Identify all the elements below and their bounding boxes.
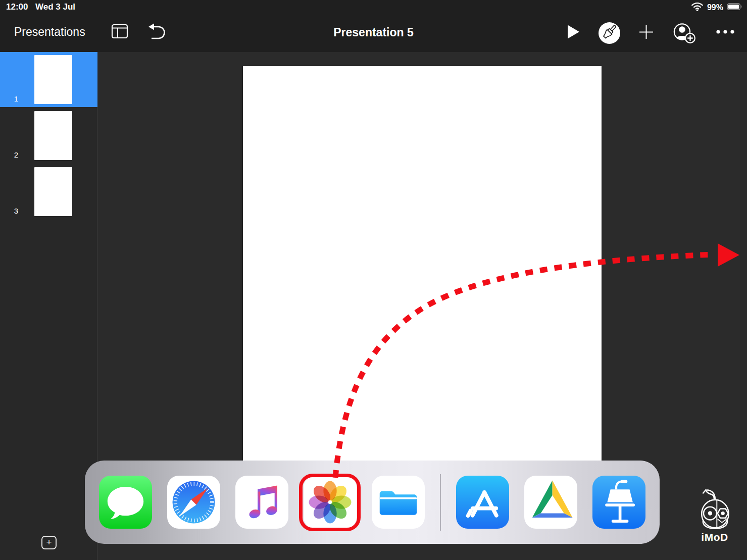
safari-app-icon[interactable] — [167, 476, 220, 529]
slide-number-2: 2 — [6, 150, 18, 159]
top-chrome: 12:00 Wed 3 Jul 99% Presentations — [0, 0, 747, 52]
status-time: 12:00 — [6, 2, 28, 12]
undo-icon — [147, 23, 167, 42]
status-right-cluster: 99% — [691, 2, 742, 13]
battery-percent: 99% — [707, 3, 723, 12]
google-drive-app-icon[interactable] — [524, 476, 577, 529]
wifi-icon — [691, 2, 704, 13]
battery-icon — [727, 3, 742, 13]
slide-number-3: 3 — [6, 207, 18, 215]
slide-thumbnail-1[interactable] — [34, 55, 72, 104]
files-app-icon[interactable] — [372, 476, 425, 529]
arrow-head — [718, 243, 739, 267]
slide-number-1: 1 — [6, 94, 18, 103]
format-brush-icon — [599, 21, 620, 45]
play-button[interactable] — [567, 25, 580, 40]
add-icon — [639, 25, 654, 41]
collaborate-button[interactable] — [672, 23, 696, 45]
collaborate-icon — [672, 22, 696, 46]
photos-app-icon[interactable] — [304, 476, 357, 529]
more-icon — [715, 28, 735, 38]
presentations-back-button[interactable]: Presentations — [14, 25, 85, 39]
status-date: Wed 3 Jul — [35, 2, 75, 12]
messages-app-icon[interactable] — [99, 476, 152, 529]
keynote-ipad-screen: 12:00 Wed 3 Jul 99% Presentations — [0, 0, 747, 560]
insert-button[interactable] — [639, 26, 654, 40]
undo-button[interactable] — [147, 24, 167, 41]
watermark-label: iMoD — [695, 531, 734, 543]
music-app-icon[interactable] — [235, 476, 288, 529]
play-icon — [567, 24, 580, 41]
dock-divider — [440, 474, 441, 531]
view-options-icon — [111, 22, 129, 42]
add-slide-button[interactable]: + — [41, 536, 57, 549]
slide-thumbnail-3[interactable] — [34, 167, 72, 216]
more-button[interactable] — [715, 29, 735, 37]
app-store-app-icon[interactable] — [456, 476, 509, 529]
dock — [85, 461, 660, 544]
watermark-logo: iMoD — [695, 487, 734, 543]
imod-owl-icon — [697, 523, 732, 532]
slide-navigator: 1 2 3 + — [0, 52, 97, 560]
keynote-app-icon[interactable] — [592, 476, 645, 529]
format-button[interactable] — [599, 22, 620, 44]
slide-thumbnail-2[interactable] — [34, 111, 72, 160]
view-options-button[interactable] — [111, 23, 129, 41]
